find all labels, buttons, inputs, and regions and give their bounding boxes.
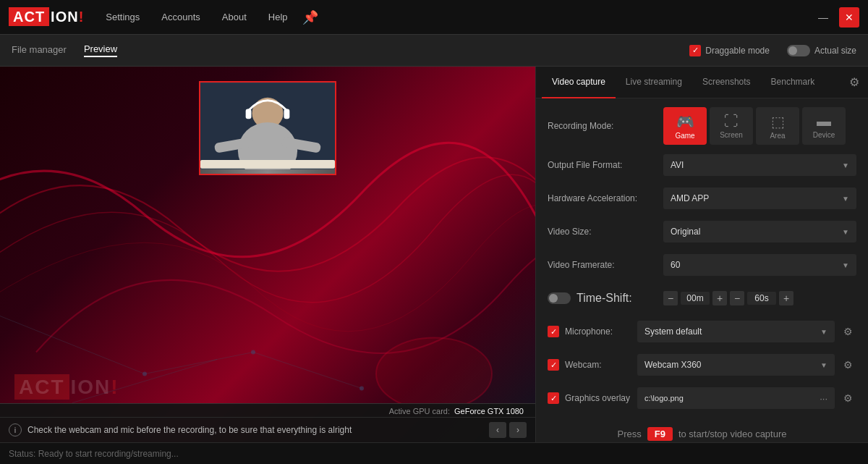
dropdown-arrow-icon: ▼ — [820, 361, 827, 369]
actual-size-wrap: Actual size — [787, 45, 856, 56]
preview-tab[interactable]: Preview — [84, 43, 117, 57]
video-size-value: Original — [671, 227, 700, 237]
file-manager-tab[interactable]: File manager — [12, 44, 67, 56]
tip-next-button[interactable]: › — [509, 422, 527, 438]
panel-content: Recording Mode: 🎮 Game ⛶ Screen ⬚ — [536, 98, 868, 442]
status-bar: Status: Ready to start recording/streami… — [0, 442, 868, 464]
graphics-overlay-path[interactable]: c:\logo.png ··· — [637, 387, 835, 409]
graphics-overlay-settings-icon[interactable]: ⚙ — [839, 389, 856, 407]
screen-icon: ⛶ — [724, 113, 739, 130]
mode-device-label: Device — [813, 131, 835, 139]
settings-gear-icon[interactable]: ⚙ — [846, 72, 862, 92]
webcam-bar — [200, 169, 335, 174]
timeshift-sec-plus[interactable]: + — [779, 291, 793, 305]
nav-accounts[interactable]: Accounts — [161, 12, 200, 22]
hardware-accel-dropdown[interactable]: AMD APP ▼ — [663, 187, 856, 209]
hotkey-area: Press F9 to start/stop video capture — [548, 418, 856, 442]
draggable-mode-wrap: ✓ Draggable mode — [689, 45, 770, 56]
microphone-settings-icon[interactable]: ⚙ — [839, 323, 856, 340]
close-button[interactable]: ✕ — [839, 7, 859, 28]
mode-game-label: Game — [675, 132, 694, 140]
svg-point-6 — [251, 350, 255, 355]
webcam-checkbox[interactable]: ✓ — [548, 359, 559, 371]
timeshift-sec-minus[interactable]: − — [730, 291, 744, 305]
draggable-mode-label: Draggable mode — [705, 46, 770, 56]
svg-point-0 — [376, 338, 492, 410]
dropdown-arrow-icon: ▼ — [820, 328, 827, 336]
logo-box: ACT — [9, 7, 49, 26]
hardware-accel-value: AMD APP — [671, 193, 709, 203]
preview-area: ACTION! Active GPU card: GeForce GTX 108… — [0, 67, 535, 442]
actual-size-checkbox[interactable] — [787, 45, 810, 56]
dropdown-arrow-icon: ▼ — [842, 161, 849, 169]
microphone-label: Microphone: — [565, 326, 637, 337]
hardware-accel-row: Hardware Acceleration: AMD APP ▼ — [548, 185, 856, 211]
tip-info-icon: i — [9, 423, 22, 436]
pin-icon[interactable]: 📌 — [302, 9, 318, 25]
recording-mode-control: 🎮 Game ⛶ Screen ⬚ Area ▬ — [663, 107, 856, 145]
timeshift-row: Time-Shift: − 00m + − 60s + — [548, 285, 856, 311]
nav-help[interactable]: Help — [268, 12, 288, 22]
output-format-label: Output File Format: — [548, 160, 663, 170]
timeshift-min-plus[interactable]: + — [712, 291, 727, 305]
tab-benchmark[interactable]: Benchmark — [761, 67, 825, 98]
svg-rect-12 — [284, 109, 290, 119]
output-format-dropdown[interactable]: AVI ▼ — [663, 154, 856, 176]
tab-screenshots[interactable]: Screenshots — [692, 67, 761, 98]
dropdown-arrow-icon: ▼ — [842, 228, 849, 236]
svg-line-1 — [0, 316, 145, 374]
dropdown-arrow-icon: ▼ — [842, 195, 849, 203]
microphone-row: ✓ Microphone: System default ▼ ⚙ — [548, 319, 856, 345]
microphone-checkbox[interactable]: ✓ — [548, 326, 559, 337]
recording-mode-row: Recording Mode: 🎮 Game ⛶ Screen ⬚ — [548, 107, 856, 145]
webcam-preview — [199, 81, 336, 175]
mode-game-button[interactable]: 🎮 Game — [663, 107, 707, 145]
svg-line-3 — [253, 353, 362, 389]
gpu-label: Active GPU card: — [389, 407, 450, 416]
nav-about[interactable]: About — [222, 12, 247, 22]
draggable-mode-checkbox[interactable]: ✓ — [689, 45, 701, 56]
more-icon: ··· — [820, 393, 827, 404]
nav-settings[interactable]: Settings — [106, 12, 140, 22]
webcam-dropdown[interactable]: Webcam X360 ▼ — [637, 354, 835, 376]
hotkey-action: to start/stop video capture — [678, 429, 787, 439]
right-panel: Video capture Live streaming Screenshots… — [535, 67, 868, 442]
output-format-value: AVI — [671, 160, 684, 170]
graphics-overlay-label: Graphics overlay — [565, 393, 637, 403]
webcam-settings-icon[interactable]: ⚙ — [839, 356, 856, 374]
hardware-accel-label: Hardware Acceleration: — [548, 193, 663, 203]
timeshift-toggle[interactable] — [548, 292, 571, 304]
mode-screen-button[interactable]: ⛶ Screen — [710, 107, 753, 145]
graphics-overlay-control: c:\logo.png ··· ⚙ — [637, 387, 856, 409]
game-icon: 🎮 — [676, 113, 694, 130]
video-size-dropdown[interactable]: Original ▼ — [663, 221, 856, 242]
svg-point-5 — [142, 372, 147, 376]
webcam-label: Webcam: — [565, 360, 637, 370]
gpu-info: Active GPU card: GeForce GTX 1080 — [0, 404, 535, 418]
minimize-button[interactable]: — — [813, 7, 833, 28]
microphone-dropdown[interactable]: System default ▼ — [637, 321, 835, 342]
video-framerate-value: 60 — [671, 260, 680, 270]
tip-text: Check the webcam and mic before the reco… — [27, 425, 489, 435]
preview-logo-watermark: ACTION! — [14, 376, 119, 399]
mode-area-button[interactable]: ⬚ Area — [756, 107, 799, 145]
preview-background: ACTION! Active GPU card: GeForce GTX 108… — [0, 67, 535, 442]
watermark-box: ACT — [14, 374, 69, 400]
timeshift-min-minus[interactable]: − — [663, 291, 678, 305]
tab-video-capture[interactable]: Video capture — [542, 67, 616, 98]
recording-modes: 🎮 Game ⛶ Screen ⬚ Area ▬ — [663, 107, 846, 145]
graphics-overlay-checkbox[interactable]: ✓ — [548, 392, 559, 404]
panel-tabs: Video capture Live streaming Screenshots… — [536, 67, 868, 98]
video-framerate-dropdown[interactable]: 60 ▼ — [663, 254, 856, 276]
video-size-row: Video Size: Original ▼ — [548, 219, 856, 245]
tip-nav: ‹ › — [489, 422, 527, 438]
video-framerate-control: 60 ▼ — [663, 254, 856, 276]
timeshift-control: − 00m + − 60s + — [663, 291, 856, 305]
video-framerate-row: Video Framerate: 60 ▼ — [548, 252, 856, 278]
microphone-control: System default ▼ ⚙ — [637, 321, 856, 342]
tab-live-streaming[interactable]: Live streaming — [616, 67, 692, 98]
webcam-row: ✓ Webcam: Webcam X360 ▼ ⚙ — [548, 352, 856, 378]
mode-device-button[interactable]: ▬ Device — [802, 107, 846, 145]
tip-prev-button[interactable]: ‹ — [489, 422, 506, 438]
timeshift-min-value: 00m — [681, 292, 710, 305]
